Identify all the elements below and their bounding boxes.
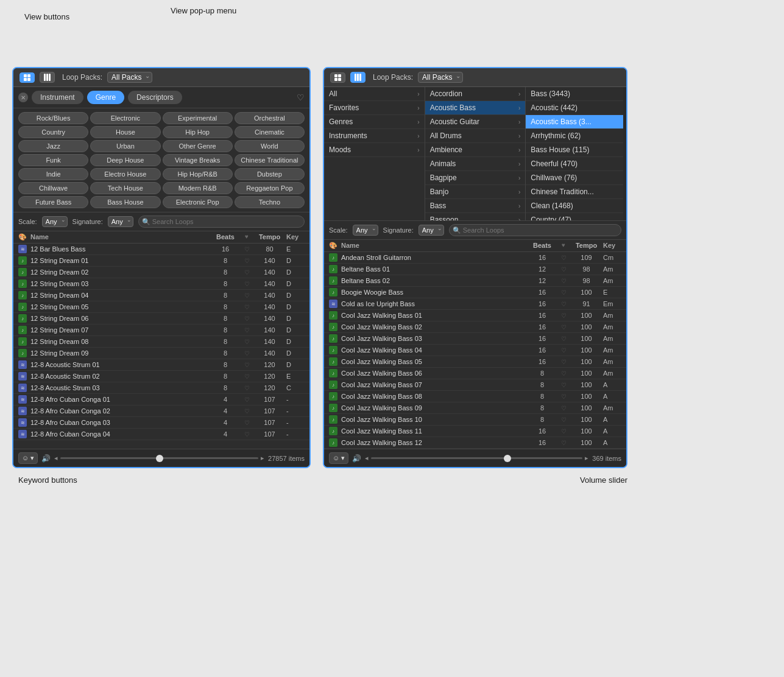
tab-descriptors[interactable]: Descriptors xyxy=(128,91,182,104)
col1-item[interactable]: Favorites› xyxy=(324,101,425,115)
col2-item[interactable]: Animals› xyxy=(425,157,526,171)
tab-genre[interactable]: Genre xyxy=(87,91,124,104)
table-row[interactable]: ♪ Cool Jazz Walking Bass 12 16 ♡ 100 A xyxy=(324,437,626,449)
col3-item[interactable]: Cheerful (470) xyxy=(526,157,626,171)
genre-btn-experimental[interactable]: Experimental xyxy=(163,112,233,124)
genre-btn-electronic[interactable]: Electronic xyxy=(90,112,160,124)
genre-btn-house[interactable]: House xyxy=(90,126,160,138)
loop-packs-selector[interactable]: All Packs xyxy=(107,72,152,83)
table-row[interactable]: ♪ 12 String Dream 08 8 ♡ 140 D xyxy=(13,336,309,348)
col2-item[interactable]: All Drums› xyxy=(425,129,526,143)
right-loop-packs-selector[interactable]: All Packs xyxy=(418,72,463,83)
col1-item[interactable]: Instruments› xyxy=(324,129,425,143)
table-row[interactable]: ≋ 12-8 Afro Cuban Conga 04 4 ♡ 107 - xyxy=(13,429,309,440)
table-row[interactable]: ♪ Andean Stroll Guitarron 16 ♡ 109 Cm xyxy=(324,252,626,264)
table-row[interactable]: ♪ Cool Jazz Walking Bass 09 8 ♡ 100 Am xyxy=(324,402,626,414)
volume-slider-left[interactable] xyxy=(60,457,258,459)
col2-item[interactable]: Ambience› xyxy=(425,143,526,157)
scale-select[interactable]: Any xyxy=(42,216,68,227)
genre-btn-electro-house[interactable]: Electro House xyxy=(90,168,160,180)
genre-btn-deep-house[interactable]: Deep House xyxy=(90,154,160,166)
right-view-button-grid[interactable] xyxy=(330,72,345,83)
table-row[interactable]: ♪ Cool Jazz Walking Bass 06 8 ♡ 100 Am xyxy=(324,368,626,379)
signature-select[interactable]: Any xyxy=(108,216,133,227)
table-row[interactable]: ♪ Cool Jazz Walking Bass 01 16 ♡ 100 Am xyxy=(324,310,626,321)
table-row[interactable]: ♪ Beltane Bass 01 12 ♡ 98 Am xyxy=(324,264,626,275)
col3-item[interactable]: Chillwave (76) xyxy=(526,171,626,185)
right-speaker-button[interactable]: 🔊 xyxy=(352,454,361,463)
col2-item[interactable]: Bassoon› xyxy=(425,213,526,220)
table-row[interactable]: ♪ 12 String Dream 05 8 ♡ 140 D xyxy=(13,301,309,313)
genre-btn-indie[interactable]: Indie xyxy=(18,168,88,180)
table-row[interactable]: ≋ 12-8 Acoustic Strum 03 8 ♡ 120 C xyxy=(13,382,309,394)
col1-item[interactable]: Genres› xyxy=(324,115,425,129)
search-input-right[interactable] xyxy=(449,224,621,236)
col2-item[interactable]: Bagpipe› xyxy=(425,171,526,185)
genre-btn-country[interactable]: Country xyxy=(18,126,88,138)
table-row[interactable]: ≋ Cold as Ice Upright Bass 16 ♡ 91 Em xyxy=(324,298,626,310)
col1-item[interactable]: All› xyxy=(324,87,425,101)
search-input-left[interactable] xyxy=(138,216,305,228)
table-row[interactable]: ♪ Cool Jazz Walking Bass 03 16 ♡ 100 Am xyxy=(324,333,626,345)
genre-btn-vintage-breaks[interactable]: Vintage Breaks xyxy=(163,154,233,166)
table-row[interactable]: ♪ 12 String Dream 09 8 ♡ 140 D xyxy=(13,348,309,359)
table-row[interactable]: ♪ Cool Jazz Walking Bass 02 16 ♡ 100 Am xyxy=(324,321,626,333)
col3-item[interactable]: Acoustic (442) xyxy=(526,101,626,115)
genre-btn-rock-blues[interactable]: Rock/Blues xyxy=(18,112,88,124)
speaker-button[interactable]: 🔊 xyxy=(41,454,51,463)
col2-item[interactable]: Acoustic Bass› xyxy=(425,101,526,115)
table-row[interactable]: ♪ Boogie Woogie Bass 16 ♡ 100 E xyxy=(324,287,626,298)
tab-close-button[interactable]: ✕ xyxy=(18,93,28,102)
tab-instrument[interactable]: Instrument xyxy=(32,91,83,104)
col2-item[interactable]: Acoustic Guitar› xyxy=(425,115,526,129)
genre-btn-hip-hop-r-b[interactable]: Hip Hop/R&B xyxy=(163,168,233,180)
table-row[interactable]: ≋ 12-8 Afro Cuban Conga 01 4 ♡ 107 - xyxy=(13,394,309,405)
col2-item[interactable]: Bass› xyxy=(425,199,526,213)
table-row[interactable]: ♪ Beltane Bass 02 12 ♡ 98 Am xyxy=(324,275,626,287)
genre-btn-chillwave[interactable]: Chillwave xyxy=(18,182,88,194)
right-loop-packs-select[interactable]: All Packs xyxy=(418,72,463,83)
table-row[interactable]: ≋ 12-8 Afro Cuban Conga 02 4 ♡ 107 - xyxy=(13,405,309,417)
table-row[interactable]: ♪ Cool Jazz Walking Bass 11 16 ♡ 100 A xyxy=(324,426,626,437)
genre-btn-hip-hop[interactable]: Hip Hop xyxy=(163,126,233,138)
col3-item[interactable]: Country (47) xyxy=(526,213,626,220)
right-view-button-cols[interactable] xyxy=(350,72,366,83)
table-row[interactable]: ♪ Cool Jazz Walking Bass 05 16 ♡ 100 Am xyxy=(324,356,626,368)
genre-btn-orchestral[interactable]: Orchestral xyxy=(235,112,305,124)
table-row[interactable]: ♪ 12 String Dream 07 8 ♡ 140 D xyxy=(13,324,309,336)
genre-btn-jazz[interactable]: Jazz xyxy=(18,140,88,152)
genre-btn-techno[interactable]: Techno xyxy=(235,196,305,208)
view-button-cols[interactable] xyxy=(40,72,55,83)
table-row[interactable]: ♪ Cool Jazz Walking Bass 04 16 ♡ 100 Am xyxy=(324,345,626,356)
genre-btn-other-genre[interactable]: Other Genre xyxy=(163,140,233,152)
table-row[interactable]: ≋ 12-8 Acoustic Strum 02 8 ♡ 120 E xyxy=(13,371,309,382)
table-row[interactable]: ♪ Cool Jazz Walking Bass 10 8 ♡ 100 A xyxy=(324,414,626,426)
genre-btn-modern-r-b[interactable]: Modern R&B xyxy=(163,182,233,194)
table-row[interactable]: ♪ 12 String Dream 04 8 ♡ 140 D xyxy=(13,290,309,301)
genre-btn-cinematic[interactable]: Cinematic xyxy=(235,126,305,138)
table-row[interactable]: ≋ 12-8 Acoustic Strum 01 8 ♡ 120 D xyxy=(13,359,309,371)
table-row[interactable]: ♪ 12 String Dream 03 8 ♡ 140 D xyxy=(13,278,309,290)
table-row[interactable]: ≋ 12-8 Afro Cuban Conga 03 4 ♡ 107 - xyxy=(13,417,309,429)
col3-item[interactable]: Arrhythmic (62) xyxy=(526,129,626,143)
right-signature-selector[interactable]: Any xyxy=(418,225,444,236)
tab-favorites-heart[interactable]: ♡ xyxy=(297,93,305,102)
right-keyword-button[interactable]: ☺ ▾ xyxy=(329,452,348,464)
genre-btn-reggaeton-pop[interactable]: Reggaeton Pop xyxy=(235,182,305,194)
genre-btn-electronic-pop[interactable]: Electronic Pop xyxy=(163,196,233,208)
table-row[interactable]: ♪ Cool Jazz Walking Bass 08 8 ♡ 100 A xyxy=(324,391,626,402)
genre-btn-urban[interactable]: Urban xyxy=(90,140,160,152)
volume-slider-right[interactable] xyxy=(371,457,582,459)
right-scale-select[interactable]: Any xyxy=(353,225,378,236)
scale-selector[interactable]: Any xyxy=(42,216,68,227)
table-row[interactable]: ♪ 12 String Dream 06 8 ♡ 140 D xyxy=(13,313,309,324)
col2-item[interactable]: Banjo› xyxy=(425,185,526,199)
table-row[interactable]: ≋ 12 Bar Blues Bass 16 ♡ 80 E xyxy=(13,244,309,255)
col1-item[interactable]: Moods› xyxy=(324,143,425,157)
genre-btn-bass-house[interactable]: Bass House xyxy=(90,196,160,208)
right-scale-selector[interactable]: Any xyxy=(353,225,378,236)
view-button-grid[interactable] xyxy=(19,72,35,83)
genre-btn-tech-house[interactable]: Tech House xyxy=(90,182,160,194)
table-row[interactable]: ♪ 12 String Dream 01 8 ♡ 140 D xyxy=(13,255,309,267)
col3-item[interactable]: Clean (1468) xyxy=(526,199,626,213)
